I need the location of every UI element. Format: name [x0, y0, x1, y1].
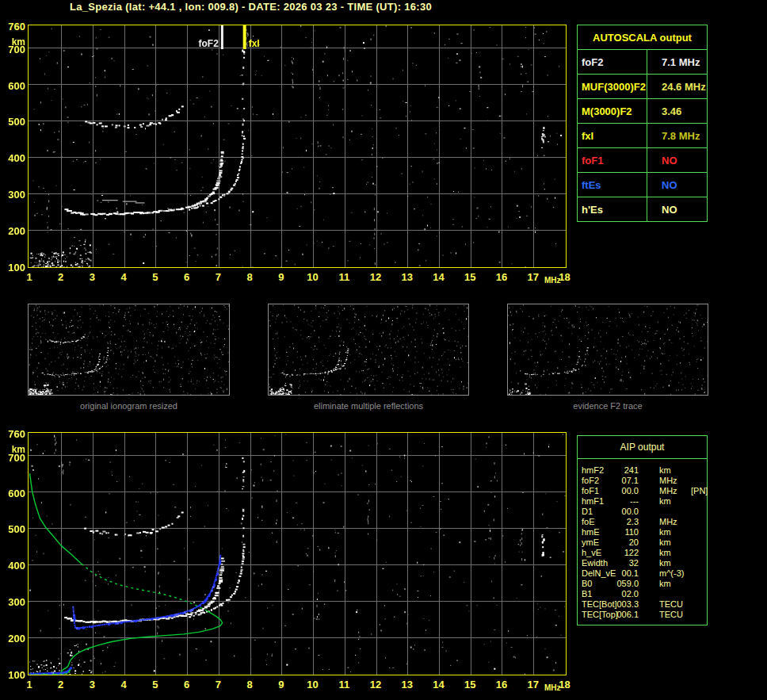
x-axis-tick-profile: 13 — [397, 679, 418, 690]
x-axis-tick-main: 16 — [491, 271, 512, 283]
autoscala-row-value: 7.1 MHz — [647, 50, 707, 74]
aip-row-extra — [683, 568, 707, 579]
aip-row-foF2: foF207.1MHz — [582, 476, 707, 486]
aip-row-label: foF2 — [582, 476, 618, 486]
aip-row-value: --- — [630, 496, 639, 507]
autoscala-row-value: NO — [647, 148, 707, 172]
autoscala-row-label: h'Es — [578, 197, 647, 221]
aip-row-extra — [683, 507, 707, 517]
aip-row-foF1: foF100.0MHz[PN] — [582, 486, 707, 496]
autoscala-row-value: 7.8 MHz — [647, 124, 707, 147]
x-axis-tick-profile: 9 — [271, 679, 292, 690]
x-axis-tick-main: 17 — [523, 271, 544, 283]
autoscala-output-table: AUTOSCALA output foF27.1 MHzMUF(3000)F22… — [577, 25, 708, 222]
aip-row-label: hmF2 — [582, 465, 618, 476]
x-axis-tick-profile: 15 — [460, 679, 480, 690]
autoscala-row-value: NO — [647, 173, 707, 197]
aip-row-label: foE — [582, 517, 618, 527]
x-axis-tick-profile: 14 — [428, 679, 448, 690]
x-axis-tick-main: 11 — [334, 271, 354, 283]
thumbnail-canvas-original — [29, 304, 229, 395]
autoscala-row-M3000F2: M(3000)F23.46 — [578, 99, 707, 124]
aip-row-unit: m^(-3) — [639, 568, 683, 579]
thumbnail-evidence-f2 — [507, 304, 708, 396]
y-axis-tick-profile: 760 — [2, 428, 25, 440]
thumbnail-canvas-evidence — [508, 304, 708, 395]
aip-row-label: ymE — [582, 537, 618, 548]
aip-row-hmF1: hmF1---km — [582, 496, 707, 507]
x-axis-unit-main: MHz — [544, 276, 565, 285]
y-axis-tick-main: 600 — [2, 80, 25, 92]
ionogram-plot-profile — [28, 432, 567, 675]
aip-row-unit: TECU — [639, 610, 683, 620]
aip-row-value: 00.0 — [622, 507, 639, 517]
aip-row-label: hmF1 — [582, 496, 618, 507]
aip-row-extra — [683, 558, 707, 568]
y-axis-tick-profile: 400 — [2, 560, 25, 572]
aip-row-label: B0 — [582, 579, 618, 589]
aip-row-hmF2: hmF2241km — [582, 465, 707, 476]
x-axis-tick-main: 15 — [460, 271, 480, 283]
aip-row-extra — [683, 599, 707, 610]
aip-row-Ewidth: Ewidth32km — [582, 558, 707, 568]
autoscala-row-MUF3000F2: MUF(3000)F224.6 MHz — [578, 75, 707, 99]
autoscala-row-label: ftEs — [578, 173, 647, 197]
aip-row-value: 059.0 — [616, 579, 639, 589]
x-axis-tick-profile: 11 — [334, 679, 354, 690]
aip-row-label: DelN_vE — [582, 568, 618, 579]
x-axis-tick-main: 10 — [303, 271, 323, 283]
y-axis-unit-main: km — [2, 36, 25, 48]
y-axis-tick-main: 760 — [2, 21, 25, 33]
aip-row-unit: km — [639, 527, 683, 537]
y-axis-tick-profile: 500 — [2, 523, 25, 535]
aip-row-value: 006.1 — [616, 610, 639, 620]
x-axis-tick-profile: 4 — [113, 679, 134, 690]
ionogram-plot-main — [28, 25, 567, 268]
x-axis-tick-main: 12 — [365, 271, 386, 283]
autoscala-row-value: NO — [647, 197, 707, 221]
thumbnail-eliminate-reflections — [268, 304, 469, 396]
autoscala-row-value: 3.46 — [647, 99, 707, 123]
autoscala-table-rows: foF27.1 MHzMUF(3000)F224.6 MHzM(3000)F23… — [578, 50, 707, 221]
thumbnail-canvas-eliminate — [269, 304, 468, 395]
aip-row-extra — [683, 517, 707, 527]
x-axis-tick-profile: 8 — [239, 679, 260, 690]
autoscala-row-value: 24.6 MHz — [647, 75, 707, 98]
autoscala-row-label: foF1 — [578, 148, 647, 172]
x-axis-tick-main: 5 — [145, 271, 166, 283]
y-axis-tick-main: 400 — [2, 152, 25, 164]
aip-row-extra — [683, 579, 707, 589]
x-axis-tick-main: 3 — [82, 271, 102, 283]
aip-row-D1: D100.0 — [582, 507, 707, 517]
aip-row-unit: km — [639, 579, 683, 589]
x-axis-tick-profile: 16 — [491, 679, 512, 690]
aip-row-value: 2.3 — [627, 517, 639, 527]
y-axis-tick-main: 300 — [2, 189, 25, 201]
x-axis-tick-main: 6 — [177, 271, 197, 283]
aip-row-unit: km — [639, 496, 683, 507]
autoscala-row-ftEs: ftEsNO — [578, 173, 707, 197]
aip-row-extra: [PN] — [683, 486, 708, 496]
aip-row-extra — [683, 496, 707, 507]
x-axis-tick-profile: 1 — [19, 679, 40, 690]
x-axis-tick-main: 13 — [397, 271, 418, 283]
aip-row-label: h_vE — [582, 548, 618, 558]
aip-row-foE: foE2.3MHz — [582, 517, 707, 527]
aip-row-TECBot: TEC[Bot]003.3TECU — [582, 599, 707, 610]
thumbnail-caption-eliminate: eliminate multiple reflections — [268, 401, 469, 412]
x-axis-tick-profile: 6 — [177, 679, 197, 690]
aip-row-hmE: hmE110km — [582, 527, 707, 537]
x-axis-tick-main: 4 — [113, 271, 134, 283]
aip-row-unit: km — [639, 465, 683, 476]
aip-row-TECTop: TEC[Top]006.1TECU — [582, 610, 707, 620]
x-axis-unit-profile: MHz — [544, 683, 565, 692]
x-axis-tick-profile: 5 — [145, 679, 166, 690]
x-axis-tick-profile: 3 — [82, 679, 102, 690]
aip-row-ymE: ymE20km — [582, 537, 707, 548]
x-axis-tick-profile: 2 — [51, 679, 71, 690]
aip-row-unit: km — [639, 548, 683, 558]
autoscala-row-foF2: foF27.1 MHz — [578, 50, 707, 75]
aip-row-label: TEC[Bot] — [582, 599, 618, 610]
aip-row-unit: km — [639, 558, 683, 568]
aip-row-label: hmE — [582, 527, 618, 537]
